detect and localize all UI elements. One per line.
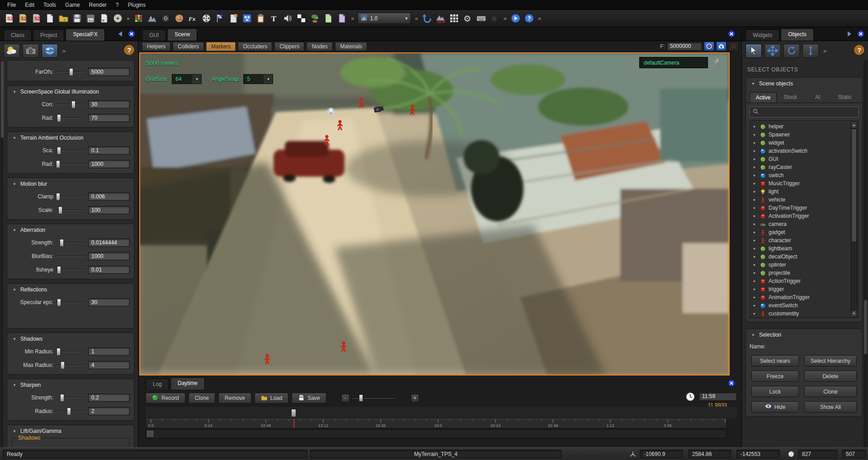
- doc-new-button[interactable]: [43, 12, 57, 25]
- param-value[interactable]: 0.006: [88, 192, 130, 201]
- scale-tool-button[interactable]: [802, 44, 819, 58]
- right-panel-scrollbar[interactable]: [863, 60, 868, 447]
- chevron-more-icon[interactable]: »: [502, 15, 509, 22]
- expand-triangle-icon[interactable]: ▼: [753, 150, 757, 153]
- detach-left-panel-icon[interactable]: [128, 30, 135, 39]
- record-target-button[interactable]: [704, 42, 714, 51]
- tab-gui[interactable]: GUI: [142, 29, 166, 41]
- help-icon[interactable]: ?: [124, 45, 134, 56]
- expand-triangle-icon[interactable]: ▼: [753, 288, 757, 291]
- tab-specialfx[interactable]: SpecialFX: [66, 28, 105, 41]
- expand-triangle-icon[interactable]: ▼: [753, 215, 757, 218]
- clone-button[interactable]: Clone: [804, 386, 857, 397]
- object-list-item-activationtrigger[interactable]: ▼ActivationTrigger: [753, 212, 858, 220]
- param-slider[interactable]: [56, 253, 86, 260]
- detach-timeline-icon[interactable]: [728, 380, 735, 388]
- objects-tab-stock[interactable]: Stock: [777, 92, 804, 103]
- wheel-button[interactable]: [159, 12, 172, 25]
- param-value[interactable]: 30: [88, 298, 130, 306]
- slider-thumb[interactable]: [71, 101, 75, 108]
- rotate-tool-button[interactable]: [783, 44, 800, 58]
- grid-button[interactable]: [448, 12, 461, 25]
- slider-thumb[interactable]: [60, 394, 64, 402]
- snowflake-button[interactable]: ❄: [488, 12, 501, 25]
- subtab-nodes[interactable]: Nodes: [307, 42, 333, 51]
- doc-add-button[interactable]: [227, 12, 240, 25]
- scene-doc-yellow-button[interactable]: S2: [16, 12, 29, 25]
- subtab-helpers[interactable]: Helpers: [142, 42, 170, 51]
- object-list-item-switch[interactable]: ▼switch: [753, 171, 858, 179]
- zoom-in-button[interactable]: +: [411, 394, 419, 402]
- param-value[interactable]: 2: [88, 407, 130, 415]
- object-list-item-lightbeam[interactable]: ▼lightbeam: [753, 244, 858, 253]
- param-value[interactable]: 1: [88, 347, 130, 356]
- texture-zoom-combo[interactable]: Tx1.0▼: [358, 13, 411, 24]
- param-slider[interactable]: [56, 239, 86, 247]
- slider-thumb[interactable]: [57, 114, 61, 122]
- object-list-item-widget[interactable]: ▼widget: [753, 139, 858, 147]
- menu-item-edit[interactable]: Edit: [20, 0, 39, 9]
- slider-thumb[interactable]: [56, 160, 60, 168]
- scene-marker-bulb[interactable]: [327, 108, 335, 115]
- chevron-more-icon[interactable]: »: [125, 15, 132, 22]
- param-slider[interactable]: [56, 114, 86, 122]
- checkerboard-button[interactable]: [295, 12, 308, 25]
- globe-tool-button[interactable]: [42, 44, 58, 58]
- undo-button[interactable]: [420, 12, 434, 25]
- record-button[interactable]: Record: [146, 393, 185, 404]
- subtab-clippers[interactable]: Clippers: [274, 42, 304, 51]
- weather-tool-button[interactable]: [4, 44, 20, 58]
- clipboard-button[interactable]: [254, 12, 267, 25]
- screenshot-button[interactable]: [716, 42, 726, 51]
- param-value[interactable]: 5000: [88, 68, 130, 76]
- terrain-new-button[interactable]: NEW: [434, 12, 447, 25]
- save-button[interactable]: [71, 12, 84, 25]
- tab-class[interactable]: Class: [4, 29, 32, 41]
- timeline-marker-row[interactable]: [146, 407, 737, 418]
- left-panel-scrollbar[interactable]: [0, 60, 4, 447]
- chevron-more-icon[interactable]: »: [413, 15, 420, 22]
- param-value[interactable]: 1000: [88, 252, 130, 260]
- menu-item--[interactable]: ?: [111, 0, 123, 9]
- timeline-zoom-slider[interactable]: [353, 394, 396, 402]
- slider-thumb[interactable]: [67, 408, 71, 415]
- subtab-occluders[interactable]: Occluders: [238, 42, 272, 51]
- expand-triangle-icon[interactable]: ▼: [753, 182, 757, 185]
- tab-daytime[interactable]: Daytime: [170, 377, 205, 390]
- tab-log[interactable]: Log: [146, 378, 169, 390]
- objects-tab-active[interactable]: Active: [750, 92, 777, 103]
- section-header[interactable]: ▼Reflections: [7, 284, 134, 296]
- object-list-item-trigger[interactable]: ▼trigger: [753, 285, 858, 293]
- expand-triangle-icon[interactable]: ▼: [753, 255, 757, 258]
- chevron-more-icon[interactable]: »: [61, 47, 67, 54]
- expand-triangle-icon[interactable]: ▼: [753, 296, 757, 299]
- expand-triangle-icon[interactable]: ▼: [753, 174, 757, 177]
- rubik-cube-button[interactable]: [132, 12, 145, 25]
- object-list-item-gadget[interactable]: ▼gadget: [753, 228, 858, 236]
- gridsize-dropdown[interactable]: 64▼: [172, 74, 202, 84]
- menu-item-tools[interactable]: Tools: [39, 0, 61, 9]
- speaker-button[interactable]: [281, 12, 294, 25]
- object-list-item-vehicle[interactable]: ▼vehicle: [753, 196, 858, 204]
- param-slider[interactable]: [56, 361, 86, 369]
- object-search[interactable]: [750, 107, 859, 117]
- expand-right-arrow-icon[interactable]: [846, 31, 853, 38]
- remove-button[interactable]: Remove: [218, 393, 251, 404]
- viewport-3d[interactable]: 5000 meters GridSize: 64▼ AngleSnap: 5▼ …: [139, 52, 730, 376]
- object-list-item-activationswitch[interactable]: ▼activationSwitch: [753, 147, 858, 155]
- chevron-more-icon[interactable]: »: [821, 47, 828, 54]
- menu-item-file[interactable]: File: [3, 0, 20, 9]
- camera-tool-button[interactable]: [23, 44, 39, 58]
- time-field[interactable]: 11:59: [699, 392, 737, 401]
- objects-tab-static[interactable]: Static: [831, 92, 859, 103]
- lock-button[interactable]: Lock: [751, 386, 799, 397]
- select-hierarchy-button[interactable]: Select Hierarchy: [804, 355, 857, 366]
- section-header[interactable]: ▼ScreenSpace Global Illumination: [7, 86, 134, 98]
- expand-triangle-icon[interactable]: ▼: [753, 207, 757, 210]
- object-list-item-gui[interactable]: ▼GUI: [753, 155, 858, 163]
- slider-thumb[interactable]: [57, 299, 61, 306]
- param-slider[interactable]: [56, 299, 86, 306]
- expand-triangle-icon[interactable]: ▼: [753, 125, 757, 128]
- tab-project[interactable]: Project: [33, 29, 64, 41]
- section-header[interactable]: ▼Shadows: [7, 333, 134, 345]
